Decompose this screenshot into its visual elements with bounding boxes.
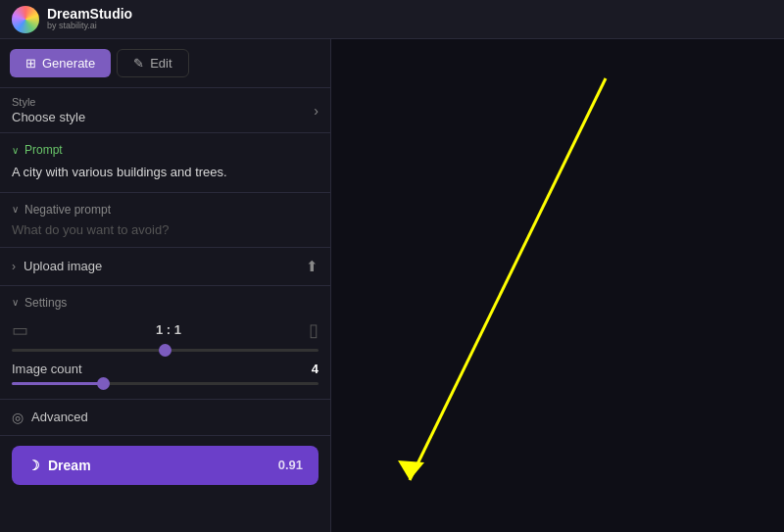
landscape-icon: ▭ <box>12 319 28 341</box>
prompt-label: Prompt <box>24 143 63 157</box>
count-slider-fill <box>12 382 104 385</box>
upload-left: › Upload image <box>12 259 102 273</box>
logo-text: DreamStudio by stability.ai <box>47 7 132 32</box>
prompt-header[interactable]: ∨ Prompt <box>12 143 318 157</box>
style-content: Style Choose style <box>12 96 85 124</box>
image-count-row: Image count 4 <box>12 362 318 376</box>
settings-label: Settings <box>24 296 67 310</box>
aspect-slider-thumb[interactable] <box>159 344 172 357</box>
sidebar: ⊞ Generate ✎ Edit Style Choose style › ∨… <box>0 39 331 532</box>
eye-icon: ◎ <box>12 410 24 425</box>
generate-icon: ⊞ <box>25 56 36 71</box>
moon-icon: ☽ <box>27 458 40 473</box>
main-layout: ⊞ Generate ✎ Edit Style Choose style › ∨… <box>0 39 784 532</box>
arrow-annotation <box>331 39 784 532</box>
svg-line-0 <box>410 78 606 480</box>
svg-marker-1 <box>398 460 424 480</box>
chevron-down-settings-icon: ∨ <box>12 297 19 308</box>
chevron-right-upload-icon: › <box>12 260 16 273</box>
app-subtitle: by stability.ai <box>47 21 132 32</box>
prompt-text[interactable]: A city with various buildings and trees. <box>12 163 318 182</box>
image-count-label: Image count <box>12 362 82 376</box>
app-title: DreamStudio <box>47 7 132 21</box>
logo-area: DreamStudio by stability.ai <box>12 6 132 33</box>
negative-prompt-placeholder[interactable]: What do you want to avoid? <box>12 222 318 237</box>
aspect-ratio-value: 1 : 1 <box>156 322 181 337</box>
dream-button[interactable]: ☽ Dream 0.91 <box>12 446 318 485</box>
dream-cost: 0.91 <box>278 458 303 472</box>
image-count-value: 4 <box>312 362 318 376</box>
aspect-slider-track <box>12 349 318 352</box>
tab-generate[interactable]: ⊞ Generate <box>10 49 111 77</box>
settings-header[interactable]: ∨ Settings <box>12 296 318 310</box>
edit-icon: ✎ <box>133 56 144 71</box>
advanced-label: Advanced <box>31 410 88 424</box>
upload-icon: ⬆ <box>306 258 318 275</box>
chevron-right-icon: › <box>314 103 318 119</box>
negative-prompt-label: Negative prompt <box>24 203 111 217</box>
count-slider-thumb[interactable] <box>97 377 110 390</box>
top-bar: DreamStudio by stability.ai <box>0 0 784 39</box>
tab-row: ⊞ Generate ✎ Edit <box>0 39 330 88</box>
negative-prompt-header[interactable]: ∨ Negative prompt <box>12 203 318 217</box>
image-count-slider[interactable] <box>12 382 318 385</box>
right-panel <box>331 39 784 532</box>
tab-edit[interactable]: ✎ Edit <box>117 49 188 77</box>
style-value: Choose style <box>12 110 85 124</box>
upload-image-row[interactable]: › Upload image ⬆ <box>0 248 330 286</box>
chevron-down-gray-icon: ∨ <box>12 204 19 215</box>
settings-section: ∨ Settings ▭ 1 : 1 ▯ Image count 4 <box>0 286 330 400</box>
aspect-ratio-row: ▭ 1 : 1 ▯ <box>12 319 318 341</box>
count-slider-track <box>12 382 318 385</box>
style-row[interactable]: Style Choose style › <box>0 88 330 133</box>
upload-label: Upload image <box>24 259 102 273</box>
prompt-section: ∨ Prompt A city with various buildings a… <box>0 133 330 193</box>
dream-label: Dream <box>48 458 91 473</box>
chevron-down-green-icon: ∨ <box>12 145 19 156</box>
aspect-ratio-slider[interactable] <box>12 349 318 352</box>
portrait-icon: ▯ <box>309 319 318 341</box>
style-label: Style <box>12 96 85 108</box>
dream-left: ☽ Dream <box>27 458 91 473</box>
negative-prompt-section: ∨ Negative prompt What do you want to av… <box>0 193 330 248</box>
advanced-row[interactable]: ◎ Advanced <box>0 400 330 436</box>
logo-icon <box>12 6 39 33</box>
